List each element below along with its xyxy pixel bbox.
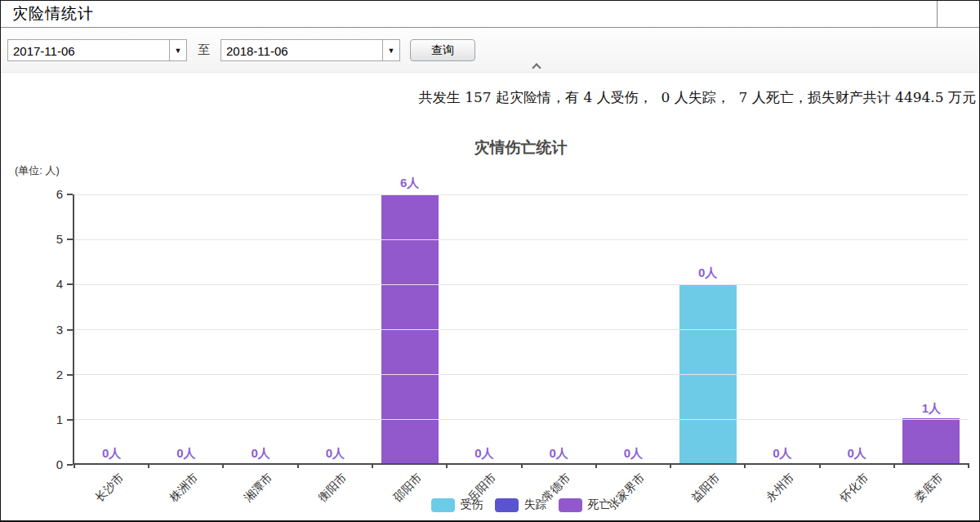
value-label-株洲市: 0人 [176, 447, 195, 459]
y-axis-label: 2 [33, 368, 63, 382]
y-axis-label: 5 [33, 232, 63, 247]
x-axis-tick [74, 463, 75, 468]
gridline-y-5 [74, 239, 969, 240]
value-label-张家界市: 0人 [624, 447, 643, 459]
x-axis-tick [819, 463, 821, 468]
x-axis-tick [297, 463, 299, 468]
page-title: 灾险情统计 [12, 3, 94, 25]
x-axis-tick [446, 463, 448, 468]
gridline-y-2 [74, 374, 969, 375]
x-axis-tick [222, 463, 224, 468]
value-label-衡阳市: 0人 [326, 447, 345, 459]
title-bar-divider [937, 1, 938, 28]
legend-swatch-icon [431, 498, 455, 512]
chart-legend: 受伤失踪死亡 [73, 497, 969, 512]
date-from-dropdown-icon[interactable]: ▼ [169, 40, 186, 60]
value-label-湘潭市: 0人 [251, 447, 270, 459]
date-from-value[interactable]: 2017-11-06 [8, 40, 169, 60]
bar-死亡-娄底市 [902, 418, 960, 463]
value-label-岳阳市: 0人 [474, 447, 493, 459]
legend-label: 失踪 [524, 497, 547, 512]
to-label: 至 [198, 42, 210, 58]
legend-item-死亡[interactable]: 死亡 [559, 497, 611, 512]
x-axis-tick [744, 463, 746, 468]
date-to-dropdown-icon[interactable]: ▼ [382, 40, 399, 60]
x-axis-tick [521, 463, 523, 468]
date-from-picker[interactable]: 2017-11-06 ▼ [7, 39, 187, 61]
y-axis-label: 0 [33, 457, 63, 472]
gridline-y-4 [74, 284, 969, 285]
value-label-怀化市: 0人 [847, 447, 866, 459]
title-bar: 灾险情统计 [1, 1, 979, 28]
y-axis-tick [67, 419, 73, 421]
y-axis-tick [67, 283, 73, 285]
y-axis-label: 4 [33, 277, 63, 292]
legend-swatch-icon [559, 498, 582, 512]
y-axis-label: 3 [33, 323, 63, 337]
toolbar: 2017-11-06 ▼ 至 2018-11-06 ▼ 查询 [1, 29, 979, 73]
legend-label: 受伤 [461, 497, 483, 512]
legend-label: 死亡 [588, 497, 611, 512]
chart-unit-label: (单位: 人) [15, 163, 60, 178]
value-label-邵阳市: 6人 [400, 176, 419, 189]
summary-text: 共发生 157 起灾险情，有 4 人受伤， 0 人失踪， 7 人死亡，损失财产共… [419, 88, 976, 107]
chevron-up-icon [532, 63, 541, 72]
value-label-常德市: 0人 [549, 447, 568, 459]
y-axis-tick [67, 329, 73, 331]
x-axis-tick [595, 463, 597, 468]
gridline-y-1 [74, 419, 969, 420]
y-axis-tick [67, 194, 73, 195]
gridline-y-3 [74, 329, 969, 330]
legend-swatch-icon [495, 498, 519, 512]
y-axis-tick [67, 239, 73, 240]
query-button[interactable]: 查询 [410, 39, 475, 61]
x-axis-tick [968, 463, 969, 468]
chart-title: 灾情伤亡统计 [73, 137, 969, 158]
x-axis-tick [893, 463, 895, 468]
bar-chart-plot-area: 0人长沙市0人株洲市0人湘潭市0人衡阳市6人邵阳市0人岳阳市0人常德市0人张家界… [73, 194, 969, 465]
gridline-y-6 [74, 194, 969, 195]
collapse-panel-handle[interactable] [530, 61, 543, 71]
x-axis-tick [148, 463, 149, 468]
y-axis-tick [67, 464, 73, 466]
value-label-永州市: 0人 [773, 447, 791, 459]
value-label-长沙市: 0人 [102, 447, 121, 459]
y-axis-tick [67, 374, 73, 376]
y-axis-label: 6 [33, 187, 63, 202]
value-label-娄底市: 1人 [922, 402, 941, 414]
date-to-picker[interactable]: 2018-11-06 ▼ [220, 39, 400, 61]
value-label-益阳市: 0人 [698, 266, 717, 279]
legend-item-受伤[interactable]: 受伤 [431, 497, 483, 512]
x-axis-tick [670, 463, 671, 468]
x-axis-tick [372, 463, 373, 468]
legend-item-失踪[interactable]: 失踪 [495, 497, 547, 512]
date-to-value[interactable]: 2018-11-06 [221, 40, 382, 60]
y-axis-label: 1 [33, 413, 63, 427]
statistics-page: 灾险情统计 2017-11-06 ▼ 至 2018-11-06 ▼ 查询 共发生… [0, 0, 980, 522]
